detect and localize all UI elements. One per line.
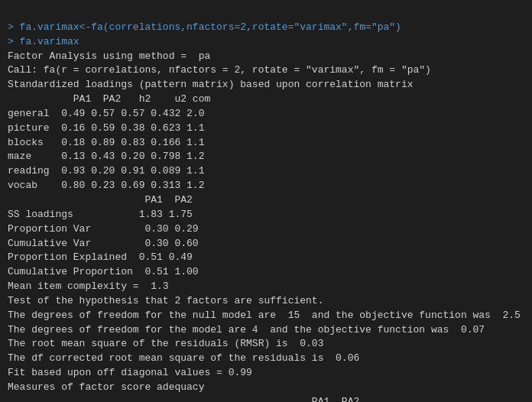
console-line-4: Standardized loadings (pattern matrix) b… xyxy=(8,78,524,92)
console-line-9: maze 0.13 0.43 0.20 0.798 1.2 xyxy=(8,150,524,164)
console-line-14: SS loadings 1.83 1.75 xyxy=(8,208,524,222)
console-output: > fa.varimax<-fa(correlations,nfactors=2… xyxy=(8,6,524,402)
console-line-1: > fa.varimax xyxy=(8,35,524,50)
console-line-18: Cumulative Proportion 0.51 1.00 xyxy=(8,265,524,280)
console-line-23: The degrees of freedom for the null mode… xyxy=(8,309,524,323)
console-line-7: picture 0.16 0.59 0.38 0.623 1.1 xyxy=(8,122,524,136)
console-line-8: blocks 0.18 0.89 0.83 0.166 1.1 xyxy=(8,136,524,151)
console-line-6: general 0.49 0.57 0.57 0.432 2.0 xyxy=(8,107,524,122)
console-line-30: Measures of factor score adequacy xyxy=(8,381,524,395)
console-line-0: > fa.varimax<-fa(correlations,nfactors=2… xyxy=(8,21,524,35)
console-line-21: Test of the hypothesis that 2 factors ar… xyxy=(8,294,524,309)
console-line-16: Cumulative Var 0.30 0.60 xyxy=(8,237,524,251)
console-line-3: Call: fa(r = correlations, nfactors = 2,… xyxy=(8,63,524,78)
console-line-31: PA1 PA2 xyxy=(8,395,524,402)
console-line-13: PA1 PA2 xyxy=(8,193,524,208)
console-line-29: Fit based upon off diagonal values = 0.9… xyxy=(8,366,524,381)
console-line-17: Proportion Explained 0.51 0.49 xyxy=(8,251,524,265)
console-line-24: The degrees of freedom for the model are… xyxy=(8,323,524,338)
console-line-11: vocab 0.80 0.23 0.69 0.313 1.2 xyxy=(8,179,524,193)
console-line-10: reading 0.93 0.20 0.91 0.089 1.1 xyxy=(8,164,524,179)
console-line-26: The root mean square of the residuals (R… xyxy=(8,337,524,352)
console-line-20: Mean item complexity = 1.3 xyxy=(8,280,524,294)
console-line-15: Proportion Var 0.30 0.29 xyxy=(8,222,524,237)
console-line-5: PA1 PA2 h2 u2 com xyxy=(8,92,524,107)
console-line-2: Factor Analysis using method = pa xyxy=(8,50,524,64)
console-line-27: The df corrected root mean square of the… xyxy=(8,352,524,366)
